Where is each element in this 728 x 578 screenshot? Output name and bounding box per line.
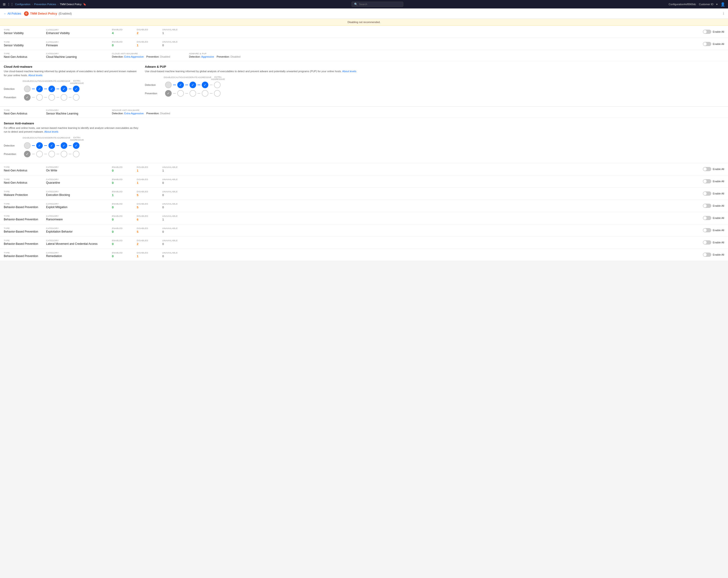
bt-toggle-0[interactable] [703, 167, 711, 171]
det-level-0[interactable] [24, 86, 31, 92]
cloud-prevention-levels[interactable]: ✓ [23, 94, 81, 101]
cloud-det-val[interactable]: Extra Aggressive [124, 55, 144, 58]
sensor-prevention-levels[interactable]: ✓ [23, 151, 81, 157]
toggle-wrap-2[interactable]: Enable All [696, 42, 724, 46]
bt-toggle-1[interactable] [703, 179, 711, 183]
adware-detection-levels[interactable]: ✓ ✓ ✓ [164, 82, 222, 88]
adw-det-level-3[interactable]: ✓ [202, 82, 208, 88]
sensor-am-link[interactable]: About levels [44, 130, 58, 133]
sen-prev-level-1[interactable] [36, 151, 43, 157]
bt-toggle-wrap-5[interactable]: Enable All [696, 228, 724, 232]
bt-enable-all-1: Enable All [713, 180, 724, 183]
sen-det-level-4[interactable]: ✓ [73, 142, 79, 149]
adw-prev-level-4[interactable] [214, 90, 220, 97]
sen-det-level-0[interactable] [24, 142, 31, 149]
bt-toggle-wrap-2[interactable]: Enable All [696, 191, 724, 195]
prev-level-2[interactable] [48, 94, 55, 101]
sensor-det-label: Detection: [112, 112, 124, 115]
sen-prev-connector-3 [56, 154, 59, 154]
sen-prev-level-0[interactable]: ✓ [24, 151, 31, 157]
cat-label-1: CATEGORY [46, 29, 112, 31]
adw-det-level-4[interactable] [214, 82, 220, 88]
bt-toggle-6[interactable] [703, 240, 711, 244]
cloud-detection-row: Detection ✓ ✓ ✓ ✓ [4, 86, 137, 92]
user-icon[interactable]: 👤 [721, 2, 725, 7]
ml-cloud-header: TYPE Next-Gen Antivirus CATEGORY Cloud M… [0, 50, 728, 61]
adw-prev-level-3[interactable] [202, 90, 208, 97]
bt-toggle-wrap-4[interactable]: Enable All [696, 216, 724, 220]
bt-toggle-7[interactable] [703, 253, 711, 257]
det-level-3[interactable]: ✓ [61, 86, 67, 92]
bt-en-val-3: 0 [112, 206, 123, 209]
bookmark-icon[interactable]: 🔖 [83, 3, 86, 6]
sen-det-level-3[interactable]: ✓ [61, 142, 67, 149]
enabled-val-1: 4 [112, 31, 123, 35]
search-input[interactable] [359, 3, 401, 6]
adw-det-level-0[interactable] [165, 82, 172, 88]
bt-en-val-7: 0 [112, 255, 123, 258]
bt-cat-label-0: CATEGORY [46, 166, 112, 168]
adware-prevention-levels[interactable]: ✓ [164, 90, 222, 97]
bt-toggle-2[interactable] [703, 191, 711, 195]
det-level-4[interactable]: ✓ [73, 86, 79, 92]
bt-cat-val-5: Exploitation Behavior [46, 230, 112, 233]
search-box[interactable]: 🔍 [352, 2, 403, 7]
all-policies-link[interactable]: ← All Policies [4, 12, 21, 15]
ml-sensor-type: TYPE Next-Gen Antivirus [4, 109, 46, 115]
sen-prev-level-3[interactable] [61, 151, 67, 157]
policy-row-2: TYPE Malware Protection CATEGORY Executi… [0, 188, 728, 200]
cloud-detection-levels[interactable]: ✓ ✓ ✓ ✓ [23, 86, 81, 92]
adware-link[interactable]: About levels [342, 70, 357, 73]
cat-label-2: CATEGORY [46, 41, 112, 43]
search-icon: 🔍 [354, 3, 358, 6]
adw-det-level-2[interactable]: ✓ [189, 82, 196, 88]
bt-toggle-5[interactable] [703, 228, 711, 232]
prev-level-0[interactable]: ✓ [24, 94, 31, 101]
bt-toggle-4[interactable] [703, 216, 711, 220]
sensor-detection-levels[interactable]: ✓ ✓ ✓ ✓ [23, 142, 81, 149]
adw-det-level-1[interactable]: ✓ [177, 82, 184, 88]
adw-prev-level-1[interactable] [177, 90, 184, 97]
det-level-2[interactable]: ✓ [48, 86, 55, 92]
sen-det-level-1[interactable]: ✓ [36, 142, 43, 149]
sen-prev-level-4[interactable] [73, 151, 79, 157]
toggle-wrap-1[interactable]: Enable All [696, 30, 724, 34]
sensor-det-val[interactable]: Extra Aggressive [124, 112, 144, 115]
sen-det-level-2[interactable]: ✓ [48, 142, 55, 149]
bt-col-type-0: TYPE Next-Gen Antivirus [4, 166, 46, 172]
bt-toggle-wrap-7[interactable]: Enable All [696, 253, 724, 257]
bt-toggle-wrap-0[interactable]: Enable All [696, 167, 724, 171]
col-stats-2: ENABLED 0 DISABLED 1 UNAVAILABLE 0 [112, 41, 696, 47]
det-level-1[interactable]: ✓ [36, 86, 43, 92]
prev-level-1[interactable] [36, 94, 43, 101]
breadcrumb-prevention-policies[interactable]: Prevention Policies [34, 3, 56, 6]
prev-level-4[interactable] [73, 94, 79, 101]
bt-dis-val-6: 2 [137, 242, 148, 246]
col-stats-1: ENABLED 4 DISABLED 2 UNAVAILABLE 1 [112, 28, 696, 35]
unavail-val-2: 0 [162, 44, 178, 47]
nav-dots-icon: ⋮⋮ [7, 2, 14, 6]
bt-toggle-wrap-1[interactable]: Enable All [696, 179, 724, 183]
adware-det-val[interactable]: Aggressive [201, 55, 214, 58]
info-icon[interactable]: ℹ [723, 11, 724, 16]
enable-all-label-1: Enable All [713, 30, 724, 33]
cloud-am-section: Cloud Anti-malware Use cloud-based machi… [4, 65, 145, 103]
adw-prev-level-0[interactable]: ✓ [165, 90, 172, 97]
bt-toggle-wrap-3[interactable]: Enable All [696, 204, 724, 208]
policy-row-5: TYPE Behavior-Based Prevention CATEGORY … [0, 224, 728, 237]
toggle-switch-2[interactable] [703, 42, 711, 46]
sensor-prev-val: Disabled [160, 112, 170, 115]
cloud-am-link[interactable]: About levels [28, 74, 43, 77]
breadcrumb-configuration[interactable]: Configuration [15, 3, 30, 6]
adw-prev-level-2[interactable] [189, 90, 196, 97]
prev-level-3[interactable] [61, 94, 67, 101]
bt-toggle-3[interactable] [703, 204, 711, 208]
toggle-switch-1[interactable] [703, 30, 711, 34]
customer-id-label[interactable]: Customer ID [699, 3, 713, 6]
bt-toggle-wrap-6[interactable]: Enable All [696, 240, 724, 244]
sen-prev-level-2[interactable] [48, 151, 55, 157]
bt-en-label-4: ENABLED [112, 215, 123, 217]
bt-stat-en-1: ENABLED 0 [112, 178, 123, 185]
sub-nav-right[interactable]: ℹ [723, 11, 724, 16]
bt-dis-label-7: DISABLED [137, 252, 148, 254]
